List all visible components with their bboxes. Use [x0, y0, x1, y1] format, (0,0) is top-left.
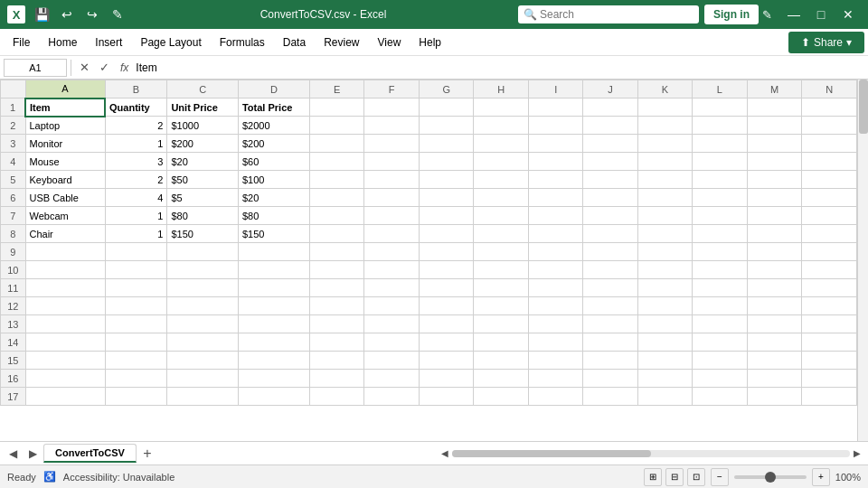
- cell-B14[interactable]: [105, 333, 167, 352]
- cell-J2[interactable]: [583, 117, 637, 135]
- cell-N3[interactable]: [802, 135, 857, 153]
- cell-G3[interactable]: [419, 135, 474, 153]
- cell-N16[interactable]: [802, 370, 857, 388]
- cell-K14[interactable]: [637, 333, 693, 352]
- cell-C6[interactable]: $5: [167, 189, 239, 207]
- cell-C7[interactable]: $80: [167, 207, 239, 225]
- cell-A6[interactable]: USB Cable: [25, 189, 105, 207]
- cell-D4[interactable]: $60: [238, 153, 309, 171]
- cell-K3[interactable]: [637, 135, 693, 153]
- menu-view[interactable]: View: [369, 33, 410, 52]
- cell-F13[interactable]: [364, 315, 419, 333]
- cell-H3[interactable]: [474, 135, 529, 153]
- cell-L11[interactable]: [693, 279, 747, 297]
- cell-I10[interactable]: [529, 261, 583, 279]
- menu-page-layout[interactable]: Page Layout: [131, 33, 210, 52]
- cell-H16[interactable]: [474, 370, 529, 388]
- menu-data[interactable]: Data: [274, 33, 315, 52]
- cell-L17[interactable]: [693, 388, 747, 406]
- cell-B13[interactable]: [105, 315, 167, 333]
- cell-D5[interactable]: $100: [238, 171, 309, 189]
- cell-F10[interactable]: [364, 261, 419, 279]
- cell-M12[interactable]: [747, 297, 802, 315]
- cell-G9[interactable]: [419, 243, 474, 261]
- cell-C4[interactable]: $20: [167, 153, 239, 171]
- cell-N6[interactable]: [802, 189, 857, 207]
- add-sheet-button[interactable]: +: [138, 445, 156, 463]
- cell-L10[interactable]: [693, 261, 747, 279]
- cell-L5[interactable]: [693, 171, 747, 189]
- cell-C11[interactable]: [167, 279, 239, 297]
- cell-E13[interactable]: [309, 315, 364, 333]
- grid-area[interactable]: A B C D E F G H I J K L M N: [0, 80, 857, 441]
- cell-B17[interactable]: [105, 388, 167, 406]
- cell-G4[interactable]: [419, 153, 474, 171]
- col-header-A[interactable]: A: [25, 80, 105, 99]
- cell-D15[interactable]: [238, 352, 309, 370]
- cell-D16[interactable]: [238, 370, 309, 388]
- cell-N8[interactable]: [802, 225, 857, 243]
- cell-M7[interactable]: [747, 207, 802, 225]
- cell-M1[interactable]: [747, 99, 802, 117]
- cell-C13[interactable]: [167, 315, 239, 333]
- cell-K8[interactable]: [637, 225, 693, 243]
- grid-scroll[interactable]: A B C D E F G H I J K L M N: [0, 80, 857, 441]
- cell-D6[interactable]: $20: [238, 189, 309, 207]
- cell-L6[interactable]: [693, 189, 747, 207]
- cell-G13[interactable]: [419, 315, 474, 333]
- cell-K11[interactable]: [637, 279, 693, 297]
- cell-L8[interactable]: [693, 225, 747, 243]
- cell-N13[interactable]: [802, 315, 857, 333]
- cell-N10[interactable]: [802, 261, 857, 279]
- cell-H8[interactable]: [474, 225, 529, 243]
- cell-J7[interactable]: [583, 207, 637, 225]
- cell-H14[interactable]: [474, 333, 529, 352]
- customize-button[interactable]: ✎: [107, 4, 128, 25]
- page-break-view-button[interactable]: ⊡: [687, 468, 705, 486]
- cell-L3[interactable]: [693, 135, 747, 153]
- cell-M6[interactable]: [747, 189, 802, 207]
- cell-B1[interactable]: Quantity: [105, 99, 167, 117]
- cell-D9[interactable]: [238, 243, 309, 261]
- share-button[interactable]: ⬆ Share ▾: [788, 32, 864, 53]
- cell-B15[interactable]: [105, 352, 167, 370]
- cell-E7[interactable]: [309, 207, 364, 225]
- col-header-K[interactable]: K: [637, 80, 693, 99]
- cell-A4[interactable]: Mouse: [25, 153, 105, 171]
- cell-J9[interactable]: [583, 243, 637, 261]
- cell-L15[interactable]: [693, 352, 747, 370]
- cell-F7[interactable]: [364, 207, 419, 225]
- cell-I11[interactable]: [529, 279, 583, 297]
- cell-A11[interactable]: [25, 279, 105, 297]
- cell-F17[interactable]: [364, 388, 419, 406]
- cell-L4[interactable]: [693, 153, 747, 171]
- cell-C14[interactable]: [167, 333, 239, 352]
- cell-C9[interactable]: [167, 243, 239, 261]
- cell-B9[interactable]: [105, 243, 167, 261]
- cell-F14[interactable]: [364, 333, 419, 352]
- page-layout-view-button[interactable]: ⊟: [665, 468, 684, 486]
- cell-I16[interactable]: [529, 370, 583, 388]
- cell-M15[interactable]: [747, 352, 802, 370]
- cell-C1[interactable]: Unit Price: [167, 99, 239, 117]
- cell-A13[interactable]: [25, 315, 105, 333]
- cell-G1[interactable]: [419, 99, 474, 117]
- cell-M8[interactable]: [747, 225, 802, 243]
- col-header-L[interactable]: L: [693, 80, 747, 99]
- cell-N14[interactable]: [802, 333, 857, 352]
- cell-J6[interactable]: [583, 189, 637, 207]
- cell-N11[interactable]: [802, 279, 857, 297]
- cell-J8[interactable]: [583, 225, 637, 243]
- zoom-slider[interactable]: [734, 475, 807, 479]
- cell-B11[interactable]: [105, 279, 167, 297]
- cell-M5[interactable]: [747, 171, 802, 189]
- cell-J13[interactable]: [583, 315, 637, 333]
- cell-K10[interactable]: [637, 261, 693, 279]
- col-header-B[interactable]: B: [105, 80, 167, 99]
- cell-L1[interactable]: [693, 99, 747, 117]
- cell-A3[interactable]: Monitor: [25, 135, 105, 153]
- cell-H5[interactable]: [474, 171, 529, 189]
- cell-H10[interactable]: [474, 261, 529, 279]
- sheet-nav-left[interactable]: ◀: [4, 445, 22, 463]
- cell-K17[interactable]: [637, 388, 693, 406]
